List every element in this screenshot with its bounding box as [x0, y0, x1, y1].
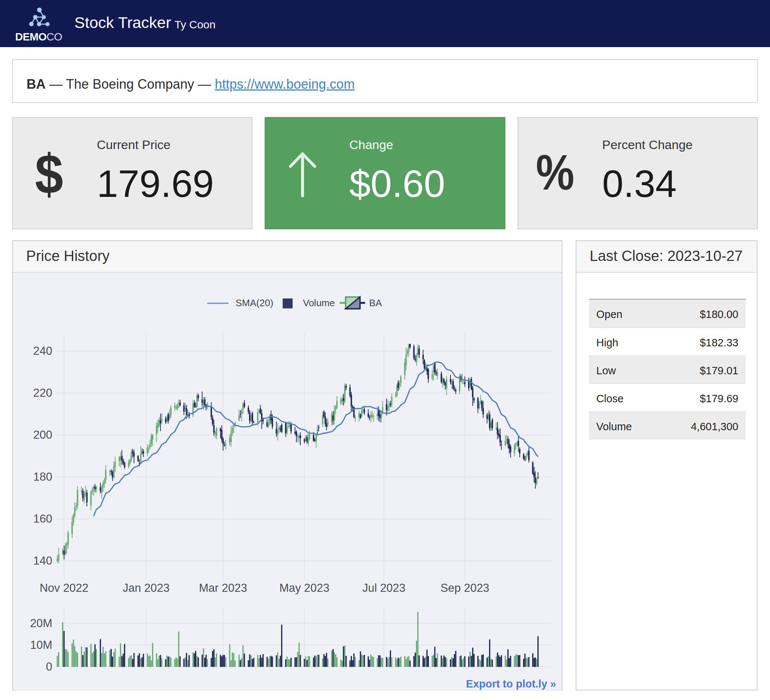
svg-text:Volume: Volume — [303, 297, 335, 309]
svg-text:BA: BA — [369, 297, 382, 309]
svg-text:Nov 2022: Nov 2022 — [40, 582, 89, 594]
svg-text:May 2023: May 2023 — [279, 582, 329, 594]
svg-text:10M: 10M — [30, 639, 52, 652]
svg-text:Sep 2023: Sep 2023 — [441, 582, 490, 594]
svg-text:SMA(20): SMA(20) — [236, 297, 273, 309]
svg-text:Jul 2023: Jul 2023 — [362, 582, 405, 594]
svg-text:Mar 2023: Mar 2023 — [199, 582, 247, 594]
svg-text:0: 0 — [46, 660, 52, 673]
svg-text:160: 160 — [33, 512, 52, 525]
svg-text:220: 220 — [33, 386, 52, 399]
svg-text:200: 200 — [33, 428, 52, 441]
svg-text:20M: 20M — [30, 617, 52, 630]
svg-text:Export to plot.ly »: Export to plot.ly » — [466, 678, 556, 690]
svg-text:180: 180 — [33, 470, 52, 483]
svg-text:140: 140 — [33, 554, 52, 567]
svg-text:240: 240 — [33, 344, 52, 357]
svg-text:Jan 2023: Jan 2023 — [123, 582, 170, 594]
